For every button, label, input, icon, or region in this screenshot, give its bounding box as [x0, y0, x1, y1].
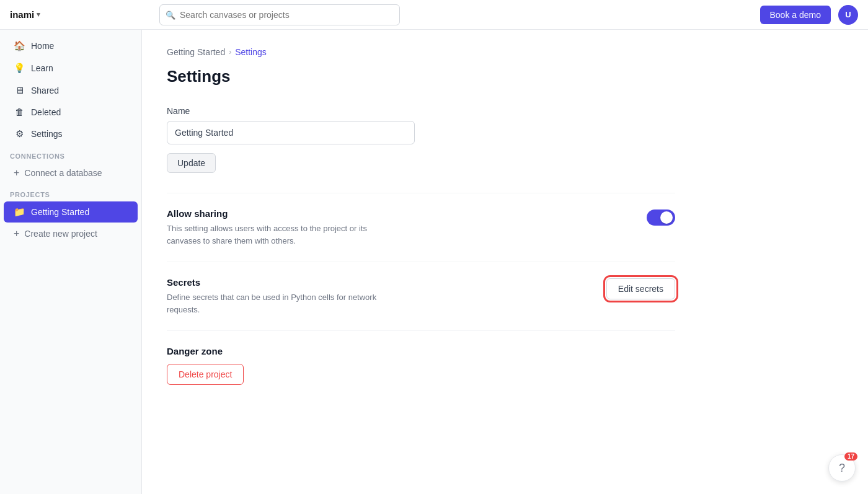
topbar-right: Book a demo U: [760, 5, 859, 25]
sidebar-item-shared[interactable]: 🖥 Shared: [4, 80, 138, 100]
page-title: Settings: [167, 67, 675, 86]
brand-name: inami: [10, 9, 34, 20]
search-container: 🔍: [159, 4, 400, 25]
secrets-desc: Define secrets that can be used in Pytho…: [167, 291, 390, 315]
search-icon: 🔍: [166, 10, 175, 19]
breadcrumb: Getting Started › Settings: [167, 47, 675, 57]
brand-chevron: ▾: [37, 11, 40, 19]
projects-section-label: PROJECTS: [0, 183, 141, 201]
search-input[interactable]: [159, 4, 400, 25]
allow-sharing-control: [647, 208, 675, 226]
main-layout: 🏠 Home 💡 Learn 🖥 Shared 🗑 Deleted ⚙ Sett…: [0, 30, 868, 494]
allow-sharing-row: Allow sharing This setting allows users …: [167, 208, 675, 247]
update-button[interactable]: Update: [167, 153, 216, 173]
sidebar: 🏠 Home 💡 Learn 🖥 Shared 🗑 Deleted ⚙ Sett…: [0, 30, 142, 494]
secrets-control: Edit secrets: [606, 277, 675, 299]
create-project-label: Create new project: [24, 229, 97, 239]
create-new-project-item[interactable]: + Create new project: [4, 224, 138, 244]
divider-2: [167, 262, 675, 262]
divider-1: [167, 193, 675, 193]
sidebar-item-getting-started[interactable]: 📁 Getting Started: [4, 201, 138, 223]
secrets-title: Secrets: [167, 277, 587, 288]
breadcrumb-parent[interactable]: Getting Started: [167, 47, 225, 57]
shared-icon: 🖥: [14, 85, 25, 95]
learn-icon: 💡: [14, 63, 25, 74]
secrets-row: Secrets Define secrets that can be used …: [167, 277, 675, 315]
connect-database-label: Connect a database: [24, 168, 102, 178]
sidebar-item-settings[interactable]: ⚙ Settings: [4, 123, 138, 144]
secrets-text: Secrets Define secrets that can be used …: [167, 277, 587, 315]
plus-icon-project: +: [14, 228, 19, 239]
edit-secrets-button[interactable]: Edit secrets: [606, 278, 675, 299]
breadcrumb-chevron: ›: [229, 48, 231, 56]
sidebar-item-home[interactable]: 🏠 Home: [4, 35, 138, 56]
content-area: Getting Started › Settings Settings Name…: [142, 30, 868, 494]
sidebar-item-label-home: Home: [31, 41, 54, 51]
sidebar-item-deleted[interactable]: 🗑 Deleted: [4, 102, 138, 122]
connections-section-label: CONNECTIONS: [0, 145, 141, 162]
avatar[interactable]: U: [838, 5, 858, 25]
sidebar-item-label-deleted: Deleted: [31, 107, 61, 117]
help-badge[interactable]: 17 ?: [828, 454, 856, 482]
name-label: Name: [167, 106, 675, 116]
help-icon: ?: [839, 462, 845, 475]
delete-project-button[interactable]: Delete project: [167, 364, 244, 385]
sidebar-item-label-settings: Settings: [31, 129, 63, 139]
sidebar-item-label-getting-started: Getting Started: [31, 207, 89, 217]
allow-sharing-text: Allow sharing This setting allows users …: [167, 208, 627, 247]
allow-sharing-desc: This setting allows users with access to…: [167, 223, 390, 247]
deleted-icon: 🗑: [14, 107, 25, 117]
sidebar-item-label-shared: Shared: [31, 86, 59, 95]
allow-sharing-title: Allow sharing: [167, 208, 627, 219]
connect-database-item[interactable]: + Connect a database: [4, 163, 138, 183]
topbar: inami ▾ 🔍 Book a demo U: [0, 0, 868, 30]
sidebar-item-learn[interactable]: 💡 Learn: [4, 58, 138, 79]
name-section: Name Update: [167, 106, 675, 173]
settings-icon: ⚙: [14, 128, 25, 139]
name-input[interactable]: [167, 121, 415, 144]
project-icon: 📁: [14, 206, 25, 218]
danger-zone-title: Danger zone: [167, 346, 675, 356]
toggle-slider: [647, 210, 675, 226]
allow-sharing-toggle[interactable]: [647, 210, 675, 226]
breadcrumb-current: Settings: [235, 47, 267, 57]
brand[interactable]: inami ▾: [10, 9, 152, 20]
book-demo-button[interactable]: Book a demo: [760, 6, 831, 24]
sidebar-item-label-learn: Learn: [31, 63, 53, 73]
help-badge-count: 17: [844, 452, 857, 461]
content-inner: Getting Started › Settings Settings Name…: [142, 30, 700, 422]
home-icon: 🏠: [14, 40, 25, 51]
divider-3: [167, 330, 675, 331]
plus-icon-db: +: [14, 167, 19, 179]
danger-zone-section: Danger zone Delete project: [167, 346, 675, 385]
